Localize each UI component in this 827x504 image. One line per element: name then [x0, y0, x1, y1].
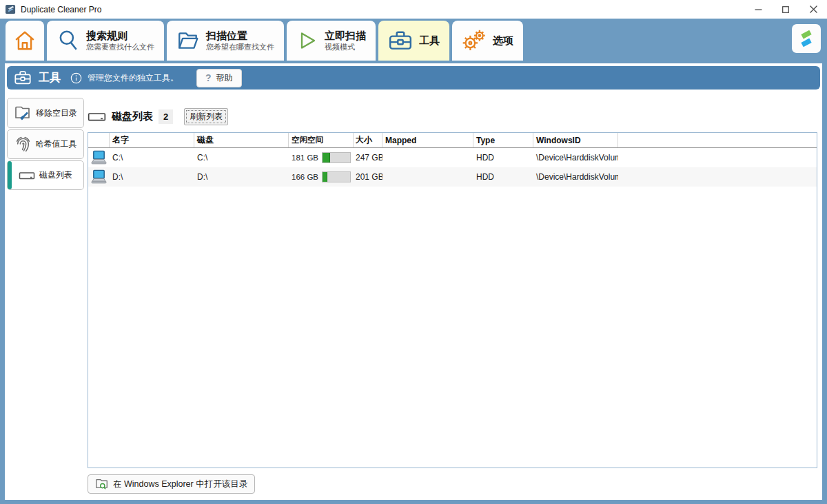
- active-indicator: [8, 161, 12, 189]
- brand-zigzag-icon: [795, 27, 818, 50]
- cell-free-space: 181 GB: [292, 154, 318, 162]
- cell-size: 201 GB: [354, 167, 382, 187]
- cell-size: 247 GB: [354, 148, 382, 167]
- info-icon: [70, 72, 82, 84]
- tab-label: 工具: [419, 34, 440, 48]
- sidebar-item-disk-list[interactable]: 磁盘列表: [7, 160, 84, 190]
- tab-label: 立即扫描: [325, 30, 366, 43]
- tab-search-rules[interactable]: 搜索规则 您需要查找什么文件: [47, 21, 164, 61]
- folder-icon: [176, 29, 200, 52]
- tab-home[interactable]: [6, 21, 44, 61]
- cell-name: C:\: [110, 148, 194, 167]
- usage-bar-fill: [323, 172, 327, 182]
- column-header-disk[interactable]: 磁盘: [194, 133, 289, 147]
- sidebar-item-label: 移除空目录: [36, 107, 77, 119]
- title-bar: Duplicate Cleaner Pro: [0, 0, 827, 19]
- window-title: Duplicate Cleaner Pro: [21, 5, 101, 14]
- briefcase-icon: [388, 28, 413, 53]
- cell-windowsid: \Device\HarddiskVolume1: [533, 148, 618, 167]
- minimize-button[interactable]: [744, 0, 772, 19]
- usage-bar-fill: [323, 153, 330, 162]
- sidebar-item-hash-tools[interactable]: 哈希值工具: [7, 129, 84, 159]
- cell-free-space: 166 GB: [292, 173, 318, 181]
- fingerprint-icon: [14, 136, 32, 153]
- briefcase-icon: [14, 69, 32, 87]
- column-header-windowsid[interactable]: WindowsID: [533, 133, 618, 147]
- main-tab-bar: 搜索规则 您需要查找什么文件 扫描位置 您希望在哪查找文件 立即扫描: [0, 19, 827, 63]
- folder-search-icon: [95, 478, 108, 490]
- cell-windowsid: \Device\HarddiskVolume2: [533, 167, 618, 187]
- tab-tools[interactable]: 工具: [378, 21, 449, 61]
- cell-disk: D:\: [194, 167, 289, 187]
- disk-table: 名字 磁盘 空闲空间 大小 Mapped Type WindowsID C:\: [88, 132, 817, 468]
- column-header-icon[interactable]: [88, 133, 110, 147]
- cell-name: D:\: [110, 167, 194, 187]
- sidebar-item-label: 哈希值工具: [36, 138, 77, 150]
- play-icon: [296, 30, 318, 52]
- search-icon: [57, 29, 80, 52]
- column-header-free-space[interactable]: 空闲空间: [289, 133, 354, 147]
- table-row[interactable]: C:\ C:\ 181 GB 247 GB HDD \Device\Harddi…: [88, 148, 817, 167]
- app-logo-icon: [6, 4, 16, 14]
- cell-type: HDD: [473, 167, 533, 187]
- open-in-explorer-label: 在 Windows Explorer 中打开该目录: [113, 479, 247, 490]
- disk-count-badge: 2: [159, 109, 173, 124]
- usage-bar: [322, 152, 351, 163]
- help-button[interactable]: ? 帮助: [196, 69, 242, 87]
- tab-subtitle: 您希望在哪查找文件: [206, 43, 274, 52]
- maximize-button[interactable]: [772, 0, 799, 19]
- tab-scan-location[interactable]: 扫描位置 您希望在哪查找文件: [167, 21, 284, 61]
- brand-logo: [792, 24, 821, 53]
- content-area: 工具 管理您文件的独立工具。 ? 帮助 移除空目录: [5, 63, 822, 500]
- tab-label: 搜索规则: [86, 30, 154, 43]
- refresh-list-button[interactable]: 刷新列表: [184, 108, 228, 125]
- tab-scan-now[interactable]: 立即扫描 视频模式: [287, 21, 376, 61]
- tab-subtitle: 视频模式: [325, 43, 366, 52]
- table-header: 名字 磁盘 空闲空间 大小 Mapped Type WindowsID: [88, 133, 817, 148]
- tab-options[interactable]: 选项: [452, 21, 523, 61]
- tools-banner: 工具 管理您文件的独立工具。 ? 帮助: [7, 66, 820, 90]
- question-icon: ?: [205, 72, 212, 83]
- sidebar-item-label: 磁盘列表: [39, 169, 72, 181]
- close-button[interactable]: [799, 0, 827, 19]
- cell-type: HDD: [473, 148, 533, 167]
- column-header-mapped[interactable]: Mapped: [382, 133, 473, 147]
- cell-mapped: [382, 148, 473, 167]
- tab-label: 选项: [493, 34, 513, 48]
- banner-title: 工具: [39, 71, 61, 85]
- gears-icon: [462, 28, 487, 53]
- table-row[interactable]: D:\ D:\ 166 GB 201 GB HDD \Device\Harddi…: [88, 167, 817, 187]
- disk-list-header: 磁盘列表 2 刷新列表: [88, 106, 228, 127]
- column-header-filler: [618, 133, 817, 147]
- usage-bar: [322, 171, 351, 182]
- open-in-explorer-button[interactable]: 在 Windows Explorer 中打开该目录: [88, 474, 255, 494]
- tab-subtitle: 您需要查找什么文件: [86, 43, 154, 52]
- folder-brush-icon: [14, 104, 32, 122]
- computer-icon: [90, 149, 108, 166]
- computer-icon: [90, 169, 108, 185]
- tab-label: 扫描位置: [206, 30, 274, 43]
- help-label: 帮助: [216, 72, 233, 84]
- cell-mapped: [382, 167, 473, 187]
- cell-disk: C:\: [194, 148, 289, 167]
- home-icon: [14, 30, 36, 52]
- column-header-type[interactable]: Type: [473, 133, 533, 147]
- page-title: 磁盘列表: [112, 110, 153, 123]
- banner-description: 管理您文件的独立工具。: [88, 72, 178, 84]
- column-header-size[interactable]: 大小: [354, 133, 382, 147]
- disk-icon: [19, 167, 35, 184]
- sidebar-item-remove-empty-dirs[interactable]: 移除空目录: [7, 98, 84, 128]
- app-window: Duplicate Cleaner Pro: [0, 0, 827, 504]
- column-header-name[interactable]: 名字: [110, 133, 194, 147]
- disk-icon: [88, 107, 106, 126]
